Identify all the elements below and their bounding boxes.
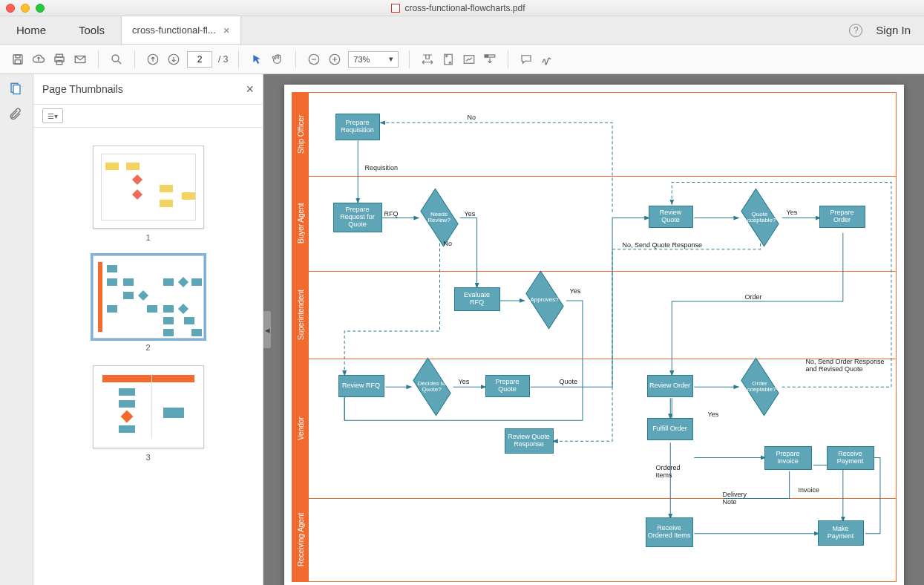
edge-invoice: Invoice: [799, 486, 820, 494]
document-tab[interactable]: cross-functional-fl... ×: [121, 16, 240, 44]
node-order-acceptable: Order Acceptable?: [739, 373, 781, 400]
edge-order: Order: [745, 293, 762, 301]
lane-ship-officer: Ship Officer: [292, 93, 309, 176]
minimize-window-button[interactable]: [21, 4, 30, 13]
attachments-panel-icon[interactable]: [9, 107, 24, 122]
home-tab-label: Home: [16, 24, 46, 36]
read-mode-icon[interactable]: [482, 52, 497, 67]
sign-in-link[interactable]: Sign In: [876, 24, 911, 36]
node-quote-acceptable: Quote Acceptable?: [739, 204, 781, 231]
collapse-sidebar-handle[interactable]: ◂: [263, 311, 271, 348]
thumbnails-sidebar: Page Thumbnails × ☰▾ 1: [33, 74, 263, 585]
svg-rect-2: [15, 59, 21, 63]
node-review-rfq: Review RFQ: [338, 375, 384, 397]
close-panel-icon[interactable]: ×: [246, 82, 254, 97]
edge-ordered-items: Ordered Items: [656, 464, 693, 479]
zoom-out-icon[interactable]: [307, 52, 321, 67]
pdf-file-icon: [391, 4, 400, 13]
thumbnail-page-3[interactable]: 3: [93, 365, 204, 462]
search-icon[interactable]: [109, 52, 124, 67]
main-toolbar: / 3 73%▾: [0, 45, 924, 74]
svg-rect-5: [56, 60, 62, 64]
node-review-order: Review Order: [647, 375, 693, 397]
node-prepare-invoice: Prepare Invoice: [764, 446, 812, 470]
thumbnail-list: 1: [33, 128, 263, 585]
node-decides-quote: Decides to Quote?: [411, 373, 453, 400]
fit-page-icon[interactable]: [441, 52, 456, 67]
flowchart: Ship Officer Buyer Agent Superintendent …: [292, 92, 897, 582]
node-approves: Approves?: [524, 287, 566, 313]
window-title-text: cross-functional-flowcharts.pdf: [404, 3, 525, 13]
node-make-payment: Make Payment: [818, 520, 864, 546]
edge-rfq: RFQ: [384, 210, 399, 218]
page-number-input[interactable]: [187, 51, 212, 68]
window-controls: [6, 4, 45, 13]
tools-tab-label: Tools: [79, 24, 105, 36]
node-needs-review: Needs Review?: [419, 204, 460, 231]
page-total-label: / 3: [218, 54, 228, 65]
zoom-window-button[interactable]: [36, 4, 45, 13]
edge-no1: No: [444, 240, 453, 247]
chevron-down-icon: ▾: [389, 54, 393, 64]
comment-icon[interactable]: [519, 52, 534, 67]
tools-tab[interactable]: Tools: [62, 16, 121, 44]
svg-rect-1: [16, 55, 20, 58]
node-receive-payment: Receive Payment: [827, 446, 874, 470]
print-icon[interactable]: [52, 52, 67, 67]
app-tabstrip: Home Tools cross-functional-fl... × ? Si…: [0, 16, 924, 45]
home-tab[interactable]: Home: [0, 16, 62, 44]
thumbnail-label: 2: [145, 343, 150, 352]
save-icon[interactable]: [10, 52, 25, 67]
edge-yes2: Yes: [570, 287, 581, 295]
email-icon[interactable]: [73, 52, 88, 67]
node-fulfill-order: Fulfill Order: [647, 418, 693, 440]
sign-icon[interactable]: [540, 52, 554, 67]
thumbnail-options-button[interactable]: ☰▾: [42, 108, 63, 123]
help-icon[interactable]: ?: [849, 24, 862, 37]
svg-point-7: [112, 55, 119, 62]
zoom-value: 73%: [353, 55, 370, 64]
edge-yes5: Yes: [708, 411, 719, 418]
next-page-icon[interactable]: [166, 52, 181, 67]
lane-superintendent: Superintendent: [292, 271, 309, 359]
edge-yes3: Yes: [459, 378, 470, 385]
close-window-button[interactable]: [6, 4, 15, 13]
node-prepare-quote: Prepare Quote: [485, 375, 530, 397]
window-title: cross-functional-flowcharts.pdf: [45, 3, 872, 13]
edge-no-top: No: [468, 114, 476, 121]
node-evaluate-rfq: Evaluate RFQ: [454, 287, 500, 311]
edge-no-send-or: No, Send Order Response and Revised Quot…: [806, 359, 895, 373]
node-prepare-order: Prepare Order: [819, 206, 865, 228]
page-canvas: Ship Officer Buyer Agent Superintendent …: [284, 85, 904, 585]
prev-page-icon[interactable]: [145, 52, 160, 67]
cloud-icon[interactable]: [31, 52, 46, 67]
thumbnail-label: 1: [145, 233, 150, 242]
thumbnail-page-2[interactable]: 2: [93, 255, 204, 352]
node-prepare-requisition: Prepare Requisition: [335, 114, 380, 140]
edge-requisition: Requisition: [365, 164, 399, 171]
hand-tool-icon[interactable]: [270, 52, 285, 67]
fit-width-icon[interactable]: [420, 52, 435, 67]
node-review-quote: Review Quote: [649, 206, 693, 228]
thumbnail-label: 3: [145, 453, 150, 462]
svg-rect-15: [485, 55, 489, 57]
edge-delivery-note: Delivery Note: [723, 491, 760, 506]
node-review-quote-response: Review Quote Response: [505, 428, 554, 454]
lane-vendor: Vendor: [292, 359, 309, 498]
zoom-in-icon[interactable]: [327, 52, 342, 67]
node-prepare-rfq: Prepare Request for Quote: [333, 203, 382, 232]
edge-quote: Quote: [560, 378, 578, 385]
lane-receiving-agent: Receiving Agent: [292, 498, 309, 581]
close-tab-icon[interactable]: ×: [223, 24, 230, 36]
zoom-select[interactable]: 73%▾: [348, 51, 399, 68]
edge-no-send-qr: No, Send Quote Response: [623, 241, 703, 249]
selection-tool-icon[interactable]: [249, 52, 264, 67]
document-tab-label: cross-functional-fl...: [132, 24, 216, 36]
svg-rect-17: [13, 85, 20, 94]
thumbnails-panel-icon[interactable]: [9, 82, 24, 97]
fullscreen-icon[interactable]: [462, 52, 476, 67]
thumbnail-page-1[interactable]: 1: [93, 146, 204, 242]
document-viewport[interactable]: ◂ Ship Officer Buyer Agent Superintenden…: [263, 74, 924, 585]
svg-rect-12: [445, 54, 453, 65]
window-titlebar: cross-functional-flowcharts.pdf: [0, 0, 924, 16]
